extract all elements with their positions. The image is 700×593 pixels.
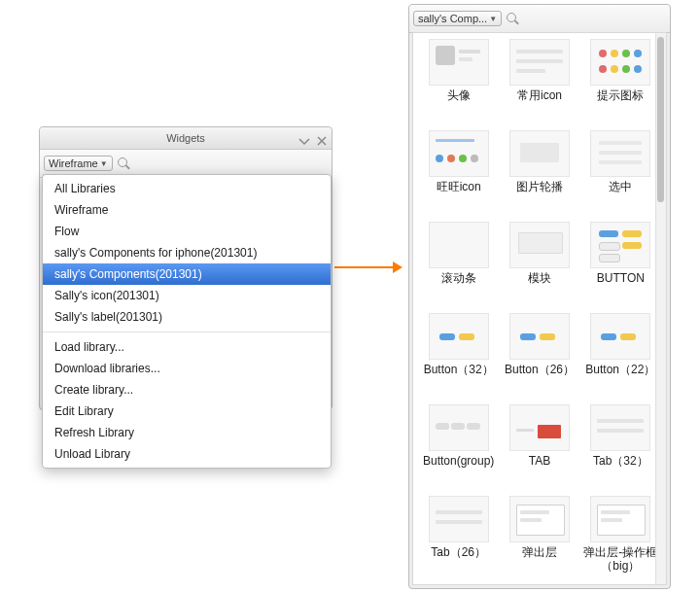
library-actions-group: Load library...Download libraries...Crea…: [43, 336, 331, 465]
library-menu-item[interactable]: sally's Components for iphone(201301): [43, 242, 331, 263]
library-panel-dropdown[interactable]: sally's Comp... ▼: [413, 11, 502, 26]
library-item-label: Tab（26）: [431, 545, 486, 559]
library-item-label: 弹出层: [522, 545, 557, 559]
library-select-label: Wireframe: [49, 157, 98, 169]
library-item-label: 弹出层-操作框（big）: [581, 545, 659, 573]
panel-menu-icon[interactable]: [298, 132, 310, 144]
library-item-thumb: [429, 130, 489, 177]
library-item[interactable]: BUTTON: [581, 222, 660, 309]
library-item-label: Tab（32）: [593, 454, 648, 468]
library-item-thumb: [429, 222, 489, 268]
search-icon[interactable]: [117, 157, 130, 170]
library-item-thumb: [590, 496, 650, 542]
library-item[interactable]: 头像: [419, 39, 498, 126]
search-icon[interactable]: [506, 12, 519, 25]
library-scroll-area[interactable]: 头像常用icon提示图标旺旺icon图片轮播选中滚动条模块BUTTONButto…: [412, 32, 667, 585]
library-toolbar: sally's Comp... ▼: [409, 5, 670, 33]
widgets-title: Widgets: [166, 127, 205, 149]
library-item-thumb: [590, 222, 650, 268]
library-item[interactable]: 弹出层: [500, 496, 578, 583]
library-item[interactable]: 选中: [581, 130, 660, 218]
library-item-thumb: [590, 313, 650, 360]
library-item-thumb: [590, 404, 650, 451]
library-item[interactable]: 提示图标: [581, 39, 660, 126]
library-item[interactable]: Tab（32）: [581, 404, 660, 492]
library-item-thumb: [509, 130, 570, 177]
library-menu-item[interactable]: sally's Components(201301): [43, 263, 331, 285]
library-menu-action[interactable]: Unload Library: [43, 443, 331, 465]
library-item-thumb: [590, 130, 650, 177]
library-item[interactable]: Button（32）: [419, 313, 498, 401]
library-item-label: 提示图标: [597, 88, 644, 102]
library-item[interactable]: 图片轮播: [500, 130, 578, 218]
library-item[interactable]: 滚动条: [419, 222, 498, 309]
library-item-label: BUTTON: [597, 271, 645, 285]
library-menu-action[interactable]: Download libraries...: [43, 358, 331, 379]
library-item-label: 滚动条: [441, 271, 476, 285]
library-menu-item[interactable]: Sally's label(201301): [43, 306, 331, 328]
library-menu-item[interactable]: Wireframe: [43, 199, 331, 221]
library-item[interactable]: TAB: [500, 404, 578, 492]
library-item-label: Button(group): [423, 454, 494, 468]
library-item[interactable]: Button（22）: [581, 313, 660, 401]
library-item-thumb: [429, 496, 489, 542]
widgets-panel: Widgets Wireframe ▼: [39, 126, 332, 410]
library-item-label: 图片轮播: [516, 180, 563, 193]
library-item-thumb: [429, 313, 489, 360]
library-item[interactable]: 常用icon: [500, 39, 578, 126]
library-item[interactable]: Button(group): [419, 404, 498, 492]
widgets-titlebar: Widgets: [40, 127, 332, 150]
library-item[interactable]: Tab（26）: [419, 496, 498, 583]
library-item[interactable]: 旺旺icon: [419, 130, 498, 218]
library-menu-action[interactable]: Create library...: [43, 379, 331, 401]
library-menu-action[interactable]: Edit Library: [43, 401, 331, 422]
library-item-label: Button（32）: [424, 363, 494, 376]
library-item-label: 模块: [528, 271, 551, 285]
relation-arrow: [334, 266, 401, 268]
library-item-thumb: [509, 404, 570, 451]
library-item-label: 选中: [609, 180, 632, 193]
library-menu-item[interactable]: All Libraries: [43, 178, 331, 199]
library-select-dropdown[interactable]: Wireframe ▼: [44, 156, 113, 171]
library-panel-label: sally's Comp...: [418, 13, 487, 24]
library-item-thumb: [429, 39, 489, 86]
library-item-label: 常用icon: [517, 88, 562, 102]
library-item[interactable]: 模块: [500, 222, 578, 309]
chevron-down-icon: ▼: [489, 15, 497, 23]
chevron-down-icon: ▼: [100, 159, 108, 168]
library-menu-action[interactable]: Load library...: [43, 336, 331, 358]
library-grid: 头像常用icon提示图标旺旺icon图片轮播选中滚动条模块BUTTONButto…: [413, 33, 666, 585]
library-menu-action[interactable]: Refresh Library: [43, 422, 331, 443]
library-item-thumb: [509, 39, 570, 86]
library-menu-item[interactable]: Flow: [43, 221, 331, 242]
scrollbar-vertical[interactable]: [655, 33, 666, 584]
library-menu-item[interactable]: Sally's icon(201301): [43, 285, 331, 306]
library-item-thumb: [429, 404, 489, 451]
library-menu-group: All LibrariesWireframeFlowsally's Compon…: [43, 178, 331, 328]
library-panel: sally's Comp... ▼ 头像常用icon提示图标旺旺icon图片轮播…: [408, 4, 671, 589]
library-item[interactable]: 弹出层-操作框（big）: [581, 496, 660, 583]
library-item-thumb: [509, 222, 570, 268]
library-item-label: Button（26）: [505, 363, 575, 376]
library-item-label: TAB: [529, 454, 550, 468]
close-icon[interactable]: [316, 132, 328, 144]
library-item-label: Button（22）: [585, 363, 655, 376]
library-item-label: 旺旺icon: [437, 180, 481, 193]
library-dropdown-menu: All LibrariesWireframeFlowsally's Compon…: [42, 174, 332, 469]
scrollbar-thumb[interactable]: [657, 37, 664, 202]
library-item-thumb: [509, 313, 570, 360]
library-item-label: 头像: [447, 88, 471, 102]
library-item[interactable]: Button（26）: [500, 313, 578, 401]
menu-separator: [43, 331, 331, 332]
library-item-thumb: [590, 39, 650, 86]
library-item-thumb: [509, 496, 570, 542]
